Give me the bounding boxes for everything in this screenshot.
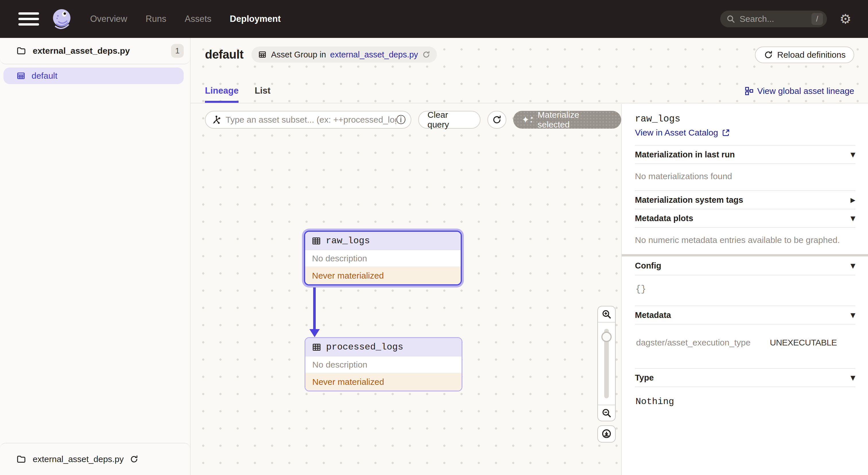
main-content: default Asset Group in external_asset_de…: [191, 38, 868, 475]
zoom-in-icon: [601, 309, 612, 320]
section-config[interactable]: Config ▼: [635, 257, 856, 275]
footer-code-location-name: external_asset_deps.py: [33, 454, 124, 464]
section-type[interactable]: Type ▼: [635, 368, 856, 387]
zoom-slider-knob[interactable]: [601, 332, 612, 342]
folder-icon: [16, 454, 26, 464]
folder-icon: [16, 46, 26, 56]
panel-splitter[interactable]: [622, 254, 868, 257]
sidebar-footer-code-location: external_asset_deps.py: [0, 443, 190, 475]
search-box[interactable]: /: [720, 11, 827, 27]
section-metadata[interactable]: Metadata ▼: [635, 305, 856, 324]
chevron-down-icon: ▼: [850, 151, 856, 158]
refresh-icon[interactable]: [422, 50, 431, 59]
reload-definitions-label: Reload definitions: [777, 50, 846, 60]
gear-icon[interactable]: ⚙: [840, 11, 851, 27]
asset-node-processed-logs[interactable]: processed_logs No description Never mate…: [305, 337, 462, 391]
asset-lineage-graph: ⓘ Clear query ✦ ✦✦ Materialize s: [191, 104, 621, 475]
breadcrumb-prefix: Asset Group in: [271, 50, 326, 59]
graph-toolbar: ⓘ Clear query ✦ ✦✦ Materialize s: [205, 111, 621, 129]
asset-subset-query-input[interactable]: [226, 115, 396, 125]
nav-item-deployment[interactable]: Deployment: [230, 14, 281, 24]
lineage-edge-arrowhead: [309, 329, 320, 337]
nav-menu: Overview Runs Assets Deployment: [90, 14, 281, 24]
clear-query-label: Clear query: [427, 110, 471, 129]
lineage-graph-icon: [744, 86, 754, 96]
dagster-app: Overview Runs Assets Deployment / ⚙ exte…: [0, 0, 868, 475]
page-header: default Asset Group in external_asset_de…: [191, 38, 868, 103]
materialize-selected-label: Materialize selected: [538, 110, 613, 129]
view-in-asset-catalog-label: View in Asset Catalog: [635, 128, 718, 138]
refresh-icon: [492, 115, 502, 125]
nav-item-overview[interactable]: Overview: [90, 14, 127, 24]
breadcrumb-code-location-link[interactable]: external_asset_deps.py: [330, 50, 418, 59]
code-location-sidebar: external_asset_deps.py 1 default externa…: [0, 38, 191, 475]
view-in-asset-catalog-link[interactable]: View in Asset Catalog: [635, 128, 856, 145]
sidebar-item-label: default: [32, 71, 57, 81]
section-label: Materialization in last run: [635, 150, 735, 159]
external-link-icon: [722, 128, 730, 137]
download-graph-button[interactable]: [597, 425, 616, 443]
asset-name: raw_logs: [326, 236, 370, 246]
asset-node-raw-logs[interactable]: raw_logs No description Never materializ…: [304, 231, 462, 286]
nav-right-group: / ⚙: [720, 11, 868, 27]
section-materialization-in-last-run[interactable]: Materialization in last run ▼: [635, 145, 856, 164]
config-value: {}: [635, 275, 856, 305]
zoom-out-button[interactable]: [598, 405, 615, 421]
clear-query-button[interactable]: Clear query: [418, 111, 480, 129]
section-label: Type: [635, 373, 654, 383]
download-icon: [601, 428, 612, 440]
tab-list[interactable]: List: [255, 86, 270, 103]
top-nav-bar: Overview Runs Assets Deployment / ⚙: [0, 0, 868, 38]
info-icon[interactable]: ⓘ: [396, 113, 406, 126]
section-label: Metadata plots: [635, 214, 693, 223]
asset-detail-panel: raw_logs View in Asset Catalog Materiali…: [621, 104, 868, 475]
zoom-out-icon: [601, 408, 612, 418]
materialize-selected-button[interactable]: ✦ ✦✦ Materialize selected: [513, 111, 621, 129]
chevron-down-icon: ▼: [850, 311, 856, 319]
search-icon: [726, 14, 736, 24]
nav-item-runs[interactable]: Runs: [146, 14, 166, 24]
view-global-asset-lineage-link[interactable]: View global asset lineage: [744, 86, 854, 96]
asset-status-badge: Never materialized: [305, 267, 461, 284]
materialization-empty-message: No materializations found: [635, 164, 856, 190]
type-value: Nothing: [635, 387, 856, 418]
asset-subset-query-box[interactable]: ⓘ: [205, 111, 411, 129]
tab-lineage[interactable]: Lineage: [205, 86, 239, 103]
reload-definitions-button[interactable]: Reload definitions: [755, 47, 855, 63]
asset-detail-title: raw_logs: [635, 104, 856, 124]
chevron-right-icon: ▶: [850, 197, 856, 204]
graph-query-icon: [211, 115, 222, 125]
section-label: Config: [635, 261, 661, 270]
asset-status-badge: Never materialized: [305, 373, 462, 391]
asset-group-icon: [258, 50, 267, 59]
zoom-controls: [597, 306, 616, 443]
sidebar-code-location-row[interactable]: external_asset_deps.py 1: [0, 38, 190, 64]
section-metadata-plots[interactable]: Metadata plots ▼: [635, 209, 856, 227]
dagster-logo-icon: [50, 7, 74, 31]
hamburger-menu-icon[interactable]: [19, 12, 39, 26]
lineage-edge: [313, 284, 316, 330]
refresh-graph-button[interactable]: [487, 111, 506, 129]
metadata-key: dagster/asset_execution_type: [636, 338, 770, 348]
table-icon: [311, 236, 321, 246]
breadcrumb: Asset Group in external_asset_deps.py: [251, 47, 437, 63]
asset-group-icon: [16, 71, 26, 81]
zoom-in-button[interactable]: [598, 306, 615, 323]
chevron-down-icon: ▼: [850, 262, 856, 269]
metadata-value: UNEXECUTABLE: [770, 338, 837, 348]
asset-description: No description: [305, 356, 462, 373]
section-label: Metadata: [635, 310, 671, 320]
page-title: default: [205, 48, 243, 61]
search-input[interactable]: [740, 14, 811, 24]
sidebar-item-default-group[interactable]: default: [3, 67, 184, 84]
metadata-plots-empty-message: No numeric metadata entries available to…: [635, 227, 856, 254]
view-global-asset-lineage-label: View global asset lineage: [757, 86, 854, 96]
sparkle-icon: ✦ ✦✦: [522, 115, 534, 124]
section-label: Materialization system tags: [635, 195, 743, 205]
section-materialization-system-tags[interactable]: Materialization system tags ▶: [635, 190, 856, 209]
chevron-down-icon: ▼: [850, 215, 856, 222]
nav-item-assets[interactable]: Assets: [185, 14, 212, 24]
asset-name: processed_logs: [326, 342, 403, 352]
refresh-icon[interactable]: [129, 455, 138, 464]
zoom-slider[interactable]: [598, 323, 615, 405]
